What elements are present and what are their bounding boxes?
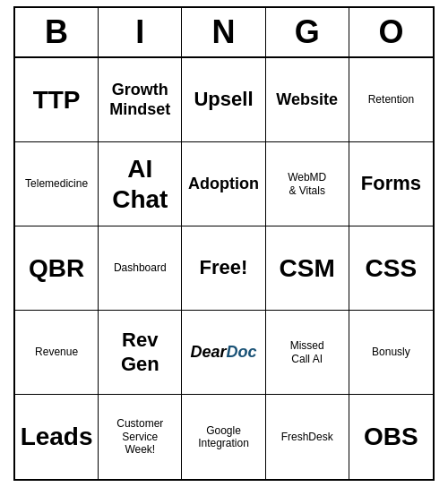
- cell-text-23: FreshDesk: [281, 431, 333, 443]
- bingo-cell-14: CSS: [349, 226, 433, 311]
- bingo-cell-11: Dashboard: [99, 226, 182, 311]
- cell-text-6: AI Chat: [112, 154, 168, 214]
- bingo-cell-13: CSM: [266, 226, 349, 311]
- cell-text-24: OBS: [364, 422, 418, 452]
- letter-n: N: [182, 8, 265, 56]
- deardoc-text: DearDoc: [190, 343, 256, 362]
- bingo-cell-0: TTP: [15, 58, 99, 142]
- bingo-cell-18: Missed Call AI: [266, 311, 349, 395]
- cell-text-9: Forms: [361, 172, 421, 195]
- bingo-cell-22: Google Integration: [182, 395, 265, 479]
- bingo-cell-16: Rev Gen: [99, 311, 182, 395]
- cell-text-19: Bonusly: [372, 346, 410, 358]
- cell-text-5: Telemedicine: [25, 177, 88, 190]
- bingo-cell-19: Bonusly: [349, 311, 433, 395]
- letter-i: I: [99, 8, 182, 56]
- bingo-cell-9: Forms: [349, 142, 433, 226]
- cell-text-8: WebMD & Vitals: [288, 171, 326, 197]
- cell-text-3: Website: [276, 90, 338, 110]
- bingo-cell-23: FreshDesk: [266, 395, 349, 479]
- cell-text-1: Growth Mindset: [109, 81, 170, 119]
- cell-text-13: CSM: [280, 253, 335, 284]
- cell-text-11: Dashboard: [114, 261, 167, 274]
- bingo-cell-3: Website: [266, 58, 349, 142]
- letter-g: G: [266, 8, 349, 56]
- cell-text-20: Leads: [21, 422, 93, 452]
- letter-b: B: [15, 8, 99, 56]
- bingo-cell-15: Revenue: [15, 311, 99, 395]
- bingo-card: B I N G O TTPGrowth MindsetUpsellWebsite…: [13, 6, 435, 481]
- cell-text-18: Missed Call AI: [290, 339, 324, 365]
- bingo-cell-7: Adoption: [182, 142, 265, 226]
- cell-text-12: Free!: [200, 256, 248, 279]
- cell-text-4: Retention: [368, 93, 414, 106]
- cell-text-2: Upsell: [194, 88, 253, 111]
- cell-text-7: Adoption: [188, 175, 259, 194]
- bingo-cell-20: Leads: [15, 395, 99, 479]
- cell-text-16: Rev Gen: [121, 329, 159, 376]
- cell-text-21: Customer Service Week!: [116, 417, 163, 456]
- cell-text-15: Revenue: [35, 346, 78, 358]
- bingo-cell-12: Free!: [182, 226, 265, 311]
- bingo-cell-24: OBS: [349, 395, 433, 479]
- bingo-grid: TTPGrowth MindsetUpsellWebsiteRetentionT…: [15, 58, 433, 479]
- bingo-cell-10: QBR: [15, 226, 99, 311]
- bingo-cell-6: AI Chat: [99, 142, 182, 226]
- bingo-cell-17: DearDoc: [182, 311, 265, 395]
- cell-text-14: CSS: [366, 253, 418, 284]
- bingo-cell-1: Growth Mindset: [99, 58, 182, 142]
- cell-text-22: Google Integration: [198, 424, 249, 450]
- cell-text-10: QBR: [29, 253, 84, 284]
- cell-text-0: TTP: [33, 85, 81, 115]
- bingo-cell-2: Upsell: [182, 58, 265, 142]
- bingo-header: B I N G O: [15, 8, 433, 58]
- bingo-cell-5: Telemedicine: [15, 142, 99, 226]
- bingo-cell-8: WebMD & Vitals: [266, 142, 349, 226]
- bingo-cell-21: Customer Service Week!: [99, 395, 182, 479]
- bingo-cell-4: Retention: [349, 58, 433, 142]
- letter-o: O: [349, 8, 433, 56]
